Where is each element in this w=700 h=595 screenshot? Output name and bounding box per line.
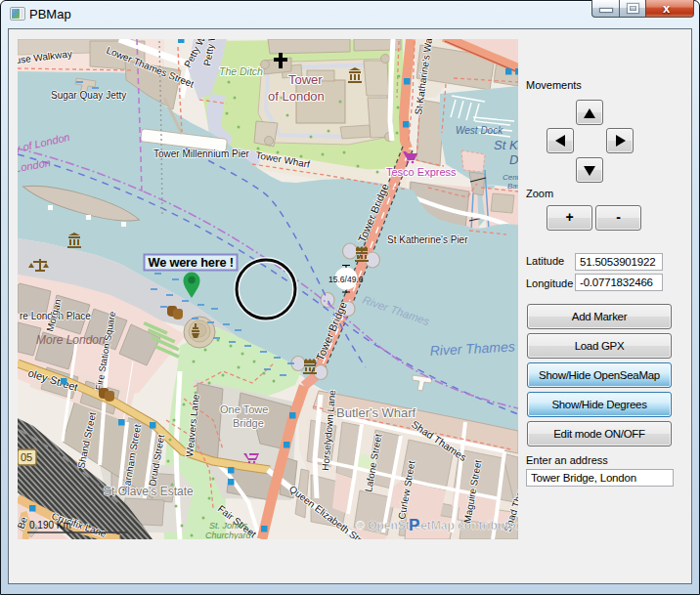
svg-text:Sugar Quay Jetty: Sugar Quay Jetty [51, 90, 126, 101]
svg-text:Butler's Wharf: Butler's Wharf [336, 405, 416, 420]
svg-text:0.190 Km: 0.190 Km [29, 520, 71, 531]
svg-text:More London: More London [36, 333, 106, 347]
svg-text:of London: of London [268, 89, 325, 104]
svg-text:West Dock: West Dock [456, 125, 503, 136]
svg-text:Bas: Bas [507, 182, 518, 191]
svg-text:05: 05 [21, 451, 32, 463]
svg-text:St Olave's Estate: St Olave's Estate [104, 485, 194, 498]
svg-text:The Ditch: The Ditch [219, 65, 263, 77]
svg-text:Bridge: Bridge [233, 417, 264, 429]
svg-text:Tower: Tower [288, 72, 323, 87]
svg-text:15.6/49.6: 15.6/49.6 [328, 275, 364, 284]
svg-text:D: D [509, 152, 518, 167]
svg-text:Cent: Cent [503, 173, 518, 182]
svg-text:Churchyard: Churchyard [205, 531, 252, 539]
svg-text:© OpenStreetMap contributors: © OpenStreetMap contributors [356, 519, 518, 532]
svg-text:We were here !: We were here ! [149, 255, 234, 270]
svg-text:P: P [409, 516, 419, 534]
svg-text:One Towe: One Towe [220, 404, 268, 415]
svg-text:St. John's: St. John's [209, 521, 248, 531]
svg-text:St Ka: St Ka [494, 138, 518, 152]
svg-text:Tesco Express: Tesco Express [386, 166, 457, 178]
svg-text:Tower Millennium Pier: Tower Millennium Pier [153, 149, 249, 159]
svg-text:St Katherine's Pier: St Katherine's Pier [387, 234, 468, 245]
